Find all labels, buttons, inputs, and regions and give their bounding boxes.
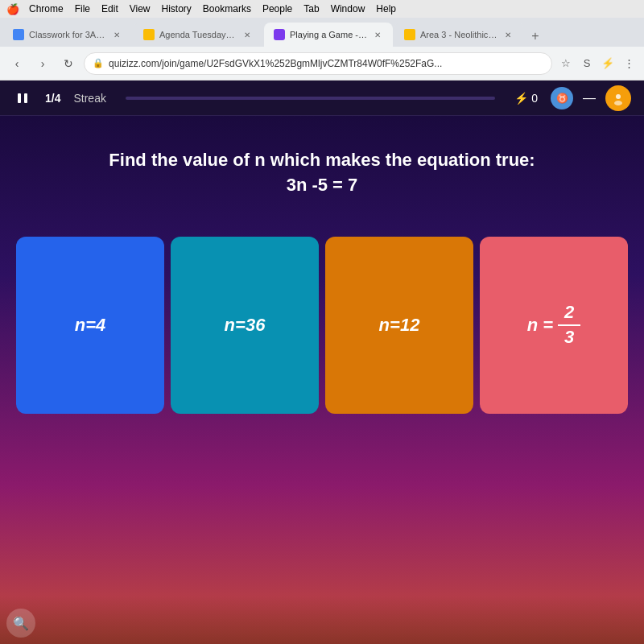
answer-grid: n=4 n=36 n=12 n = 2 3 xyxy=(16,237,628,414)
menu-tab[interactable]: Tab xyxy=(303,3,319,14)
fraction-numerator: 2 xyxy=(564,303,574,322)
pause-button[interactable] xyxy=(13,89,32,108)
answer-card-c[interactable]: n=12 xyxy=(325,237,473,414)
fraction-bar xyxy=(558,324,580,326)
mac-menubar: 🍎 Chrome File Edit View History Bookmark… xyxy=(0,0,644,18)
tab-bar: Classwork for 3A-Alge ✕ Agenda Tuesday A… xyxy=(0,18,644,47)
lightning-icon: ⚡ xyxy=(514,92,528,105)
fraction-eq: = xyxy=(543,315,553,336)
svg-rect-1 xyxy=(24,93,27,103)
tab-close-agenda[interactable]: ✕ xyxy=(242,29,253,40)
apple-logo: 🍎 xyxy=(6,3,19,15)
answer-card-a[interactable]: n=4 xyxy=(16,237,164,414)
bookmark-icon[interactable]: ☆ xyxy=(557,55,575,72)
url-bar[interactable]: 🔒 quizizz.com/join/game/U2FsdGVkX1%252Bg… xyxy=(84,52,552,75)
answer-text-b: n=36 xyxy=(212,302,279,349)
menu-history[interactable]: History xyxy=(162,3,192,14)
svg-point-3 xyxy=(616,94,621,99)
fraction-var: n xyxy=(527,315,538,336)
streak-label: Streak xyxy=(73,92,105,105)
tab-favicon-quiz xyxy=(274,29,285,40)
tab-label-classwork: Classwork for 3A-Alge xyxy=(29,30,106,39)
menu-help[interactable]: Help xyxy=(376,3,396,14)
address-bar: ‹ › ↻ 🔒 quizizz.com/join/game/U2FsdGVkX1… xyxy=(0,47,644,80)
question-counter: 1/4 xyxy=(45,92,60,105)
tab-label-agenda: Agenda Tuesday Augu xyxy=(159,30,237,39)
tab-classwork[interactable]: Classwork for 3A-Alge ✕ xyxy=(3,23,132,47)
forward-button[interactable]: › xyxy=(32,53,53,74)
tab-label-quiz: Playing a Game - Quiz xyxy=(290,30,367,39)
tab-close-classwork[interactable]: ✕ xyxy=(111,29,122,40)
address-icons: ☆ S ⚡ ⋮ xyxy=(557,55,638,72)
lock-icon: 🔒 xyxy=(93,58,104,68)
answer-text-c: n=12 xyxy=(366,302,433,349)
question-line1: Find the value of n which makes the equa… xyxy=(109,148,535,173)
search-icon: 🔍 xyxy=(13,616,29,631)
menu-view[interactable]: View xyxy=(130,3,151,14)
menu-file[interactable]: File xyxy=(75,3,90,14)
tab-agenda[interactable]: Agenda Tuesday Augu ✕ xyxy=(134,23,262,47)
extensions-icon[interactable]: ⚡ xyxy=(599,55,617,72)
settings-icon[interactable]: ⋮ xyxy=(620,55,638,72)
url-text: quizizz.com/join/game/U2FsdGVkX1%252BgmM… xyxy=(109,58,543,69)
menu-items: Chrome File Edit View History Bookmarks … xyxy=(29,3,396,14)
menu-window[interactable]: Window xyxy=(331,3,365,14)
question-text: Find the value of n which makes the equa… xyxy=(109,148,535,198)
tab-label-area3: Area 3 - Neolithic Re... xyxy=(420,30,497,39)
answer-text-a: n=4 xyxy=(62,302,119,349)
streak-bar xyxy=(126,97,495,100)
reload-button[interactable]: ↻ xyxy=(58,53,79,74)
menu-chrome[interactable]: Chrome xyxy=(29,3,64,14)
svg-point-4 xyxy=(614,101,622,105)
question-line2: 3n -5 = 7 xyxy=(109,173,535,198)
toolbar-right: ♉ — xyxy=(551,85,631,111)
taurus-icon: ♉ xyxy=(551,87,573,109)
tab-favicon-agenda xyxy=(143,29,155,40)
tab-favicon-classwork xyxy=(13,29,24,40)
quiz-content: Find the value of n which makes the equa… xyxy=(0,116,644,644)
svg-rect-0 xyxy=(18,93,21,103)
score-display: ⚡ 0 xyxy=(514,92,538,105)
menu-bookmarks[interactable]: Bookmarks xyxy=(203,3,251,14)
back-button[interactable]: ‹ xyxy=(6,53,27,74)
score-value: 0 xyxy=(531,92,538,105)
minus-button[interactable]: — xyxy=(583,91,596,105)
menu-people[interactable]: People xyxy=(262,3,292,14)
profile-icon[interactable]: S xyxy=(578,55,596,72)
tab-close-area3[interactable]: ✕ xyxy=(502,29,514,40)
browser-window: Classwork for 3A-Alge ✕ Agenda Tuesday A… xyxy=(0,18,644,644)
tab-favicon-area3 xyxy=(404,29,415,40)
quiz-toolbar: 1/4 Streak ⚡ 0 ♉ — xyxy=(0,80,644,116)
fraction-denominator: 3 xyxy=(564,328,574,347)
answer-card-d[interactable]: n = 2 3 xyxy=(480,237,628,414)
avatar-button[interactable] xyxy=(605,85,631,111)
new-tab-button[interactable]: + xyxy=(525,26,546,47)
tab-quiz[interactable]: Playing a Game - Quiz ✕ xyxy=(264,23,393,47)
bottom-area: 🔍 xyxy=(0,596,644,644)
tab-area3[interactable]: Area 3 - Neolithic Re... ✕ xyxy=(394,23,523,47)
answer-card-b[interactable]: n=36 xyxy=(171,237,319,414)
search-button[interactable]: 🔍 xyxy=(6,609,35,638)
menu-edit[interactable]: Edit xyxy=(101,3,118,14)
tab-close-quiz[interactable]: ✕ xyxy=(372,29,383,40)
answer-fraction-d: n = 2 3 xyxy=(527,303,580,346)
